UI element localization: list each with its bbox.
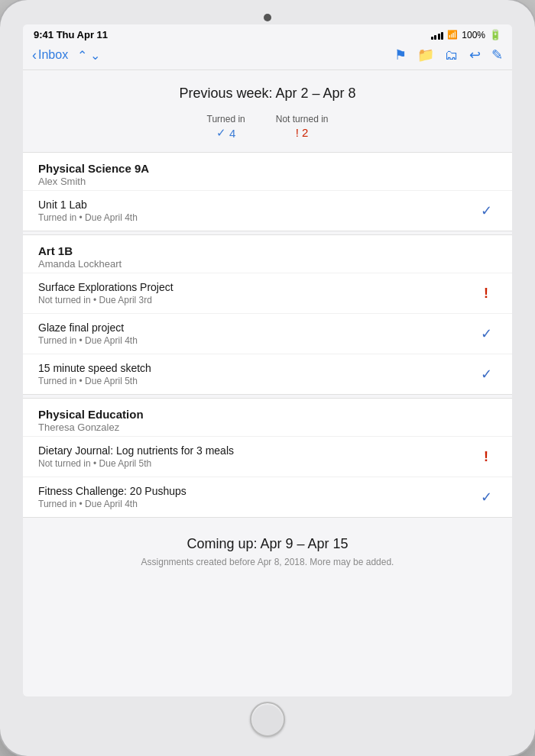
not-turned-in-summary: Not turned in ! 2 [276, 114, 329, 140]
reply-icon[interactable]: ↩ [469, 47, 481, 63]
assignment-name: Surface Explorations Project [38, 281, 475, 293]
assignment-status-icon: ✓ [475, 202, 497, 219]
status-bar: 9:41 Thu Apr 11 📶 100% 🔋 [23, 24, 512, 44]
assignment-status-text: Not turned in • Due April 3rd [38, 295, 475, 305]
main-content: Previous week: Apr 2 – Apr 8 Turned in ✓… [23, 70, 512, 696]
assignment-status-icon: ! [475, 286, 497, 302]
status-time: 9:41 Thu Apr 11 [34, 29, 108, 40]
home-button[interactable] [250, 702, 285, 737]
assignment-row[interactable]: Glaze final projectTurned in • Due April… [23, 313, 512, 354]
assignment-row[interactable]: Fitness Challenge: 20 PushupsTurned in •… [23, 477, 512, 517]
back-button[interactable]: ‹ Inbox [32, 48, 68, 62]
subject-header-1: Art 1BAmanda Lockheart [23, 235, 512, 273]
assignment-name: Dietary Journal: Log nutrients for 3 mea… [38, 444, 475, 457]
previous-week-title: Previous week: Apr 2 – Apr 8 [35, 86, 500, 102]
signal-icon [431, 31, 444, 40]
subject-header-2: Physical EducationTheresa Gonzalez [23, 399, 512, 436]
subject-group-2: Physical EducationTheresa GonzalezDietar… [23, 398, 512, 518]
flag-icon[interactable]: ⚑ [394, 47, 407, 63]
subject-header-0: Physical Science 9AAlex Smith [23, 153, 512, 190]
subjects-container: Physical Science 9AAlex SmithUnit 1 LabT… [23, 152, 512, 518]
battery-text: 100% [462, 30, 485, 40]
screen: 9:41 Thu Apr 11 📶 100% 🔋 ‹ Inbox [23, 24, 512, 696]
assignment-status-text: Turned in • Due April 4th [38, 335, 475, 346]
assignment-status-icon: ✓ [475, 325, 497, 342]
assignment-row[interactable]: Surface Explorations ProjectNot turned i… [23, 273, 512, 313]
assignment-status-text: Turned in • Due April 5th [38, 376, 475, 386]
coming-up-subtitle: Assignments created before Apr 8, 2018. … [35, 557, 500, 567]
back-label: Inbox [38, 48, 68, 62]
up-arrow-button[interactable]: ⌃ [77, 48, 87, 63]
battery-icon: 🔋 [489, 29, 501, 40]
wifi-icon: 📶 [447, 30, 458, 40]
subject-name-1: Art 1B [38, 244, 497, 257]
subject-teacher-0: Alex Smith [38, 176, 497, 187]
folder-icon[interactable]: 📁 [417, 47, 434, 63]
assignment-row[interactable]: 15 minute speed sketchTurned in • Due Ap… [23, 354, 512, 394]
assignment-status-text: Turned in • Due April 4th [38, 499, 475, 509]
assignment-name: 15 minute speed sketch [38, 362, 475, 374]
exclaim-icon: ! [296, 126, 299, 139]
ipad-frame: 9:41 Thu Apr 11 📶 100% 🔋 ‹ Inbox [0, 0, 535, 756]
assignment-status-icon: ✓ [475, 489, 497, 506]
nav-left: ‹ Inbox ⌃ ⌄ [32, 48, 100, 63]
home-button-area [250, 696, 285, 742]
assignment-info: Surface Explorations ProjectNot turned i… [38, 281, 475, 305]
assignment-info: Glaze final projectTurned in • Due April… [38, 321, 475, 346]
archive-icon[interactable]: 🗂 [445, 47, 459, 63]
assignment-status-icon: ! [475, 449, 497, 465]
subject-name-0: Physical Science 9A [38, 162, 497, 175]
assignment-status-text: Turned in • Due April 4th [38, 212, 475, 223]
assignment-row[interactable]: Unit 1 LabTurned in • Due April 4th✓ [23, 190, 512, 231]
turned-in-label: Turned in [207, 114, 245, 124]
down-arrow-button[interactable]: ⌄ [90, 48, 100, 63]
coming-up-section: Coming up: Apr 9 – Apr 15 Assignments cr… [23, 521, 512, 573]
nav-right: ⚑ 📁 🗂 ↩ ✎ [394, 47, 503, 63]
not-turned-in-count: ! 2 [296, 126, 309, 139]
not-turned-in-label: Not turned in [276, 114, 329, 124]
assignment-info: 15 minute speed sketchTurned in • Due Ap… [38, 362, 475, 386]
turned-in-summary: Turned in ✓ 4 [207, 114, 245, 140]
coming-up-title: Coming up: Apr 9 – Apr 15 [35, 536, 500, 552]
assignment-status-icon: ✓ [475, 366, 497, 383]
assignment-name: Unit 1 Lab [38, 199, 475, 211]
checkmark-icon: ✓ [216, 126, 226, 140]
status-right: 📶 100% 🔋 [431, 29, 501, 40]
subject-teacher-2: Theresa Gonzalez [38, 422, 497, 433]
assignment-info: Fitness Challenge: 20 PushupsTurned in •… [38, 485, 475, 509]
previous-week-header: Previous week: Apr 2 – Apr 8 [23, 70, 512, 109]
back-chevron-icon: ‹ [32, 48, 37, 62]
subject-group-1: Art 1BAmanda LockheartSurface Exploratio… [23, 234, 512, 395]
compose-icon[interactable]: ✎ [491, 47, 503, 63]
summary-row: Turned in ✓ 4 Not turned in ! 2 [23, 109, 512, 149]
assignment-row[interactable]: Dietary Journal: Log nutrients for 3 mea… [23, 436, 512, 477]
assignment-info: Unit 1 LabTurned in • Due April 4th [38, 199, 475, 223]
subject-teacher-1: Amanda Lockheart [38, 258, 497, 270]
camera-dot [264, 14, 271, 21]
turned-in-count: ✓ 4 [216, 126, 235, 140]
subject-name-2: Physical Education [38, 408, 497, 421]
assignment-name: Fitness Challenge: 20 Pushups [38, 485, 475, 497]
assignment-name: Glaze final project [38, 321, 475, 334]
subject-group-0: Physical Science 9AAlex SmithUnit 1 LabT… [23, 152, 512, 231]
assignment-info: Dietary Journal: Log nutrients for 3 mea… [38, 444, 475, 469]
nav-arrows: ⌃ ⌄ [77, 48, 100, 63]
assignment-status-text: Not turned in • Due April 5th [38, 458, 475, 469]
nav-bar: ‹ Inbox ⌃ ⌄ ⚑ 📁 🗂 ↩ ✎ [23, 44, 512, 70]
